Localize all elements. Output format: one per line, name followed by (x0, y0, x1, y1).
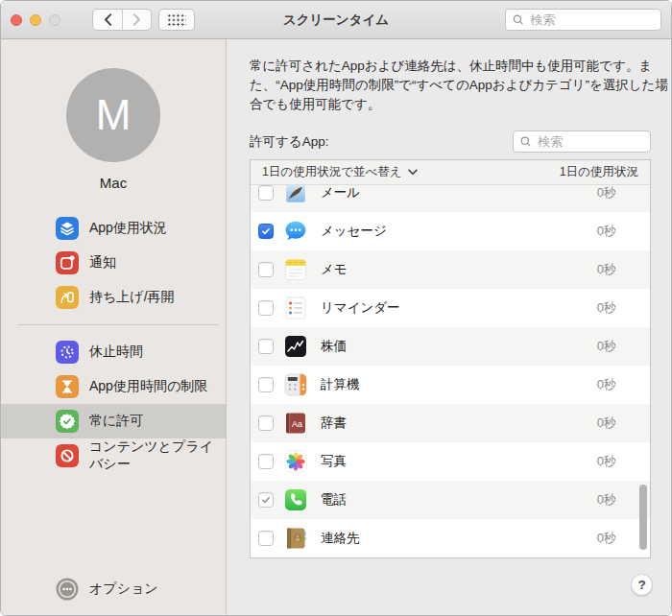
app-search-field[interactable] (513, 130, 651, 153)
stocks-app-icon (283, 334, 308, 359)
app-usage: 0秒 (597, 415, 616, 432)
svg-text:Aa: Aa (292, 419, 302, 429)
sidebar-item-notifications[interactable]: 通知 (1, 246, 226, 280)
sidebar-item-label: オプション (89, 580, 158, 598)
app-name: 株価 (321, 338, 597, 355)
show-all-button[interactable] (158, 9, 195, 31)
forward-button (122, 10, 151, 30)
scrollbar-thumb[interactable] (639, 485, 647, 550)
contacts-app-icon (283, 526, 308, 551)
app-checkbox[interactable] (258, 339, 274, 354)
app-checkbox[interactable] (258, 300, 274, 316)
phone-app-icon (283, 487, 308, 512)
app-usage: 0秒 (597, 453, 616, 470)
titlebar: スクリーンタイム (1, 1, 671, 39)
app-row: 計算機0秒 (251, 366, 650, 404)
titlebar-search-input[interactable] (529, 12, 655, 28)
app-checkbox[interactable] (258, 415, 274, 431)
app-name: リマインダー (321, 299, 597, 317)
sort-label: 1日の使用状況で並べ替え (262, 164, 402, 180)
pickup-icon (56, 286, 79, 309)
app-name: メモ (321, 261, 597, 278)
app-table-rows: メール0秒メッセージ0秒メモ0秒リマインダー0秒株価0秒計算機0秒Aa辞書0秒写… (251, 185, 650, 557)
options-icon (56, 578, 79, 601)
app-row: リマインダー0秒 (251, 289, 650, 327)
window-title: スクリーンタイム (283, 12, 389, 29)
app-usage: 0秒 (597, 223, 616, 240)
chevron-down-icon (408, 169, 418, 176)
app-checkbox[interactable] (258, 262, 274, 277)
close-button[interactable] (11, 14, 22, 26)
app-usage: 0秒 (597, 185, 616, 201)
downtime-icon (56, 341, 79, 364)
app-name: 辞書 (321, 415, 597, 432)
window-body: M Mac App使用状況通知持ち上げ/再開休止時間App使用時間の制限常に許可… (1, 39, 671, 616)
search-icon (513, 13, 524, 26)
app-limits-icon (56, 375, 79, 398)
sidebar-item-pickup[interactable]: 持ち上げ/再開 (1, 280, 226, 315)
notifications-icon (56, 251, 79, 274)
sidebar-item-options[interactable]: オプション (1, 572, 226, 606)
app-checkbox[interactable] (258, 224, 274, 239)
nav-buttons (92, 9, 152, 31)
sidebar-item-downtime[interactable]: 休止時間 (1, 335, 226, 369)
app-row: Aa辞書0秒 (251, 404, 650, 442)
sidebar: M Mac App使用状況通知持ち上げ/再開休止時間App使用時間の制限常に許可… (1, 39, 227, 616)
app-row: 株価0秒 (251, 327, 650, 366)
allowed-apps-header: 許可するApp: (250, 130, 651, 153)
mail-app-icon (283, 185, 308, 205)
always-allowed-icon (56, 410, 79, 433)
app-checkbox[interactable] (258, 377, 274, 392)
app-checkbox[interactable] (258, 531, 274, 546)
traffic-lights (11, 14, 60, 26)
sort-dropdown[interactable]: 1日の使用状況で並べ替え (262, 164, 418, 180)
app-checkbox[interactable] (258, 492, 274, 508)
avatar: M (66, 68, 160, 162)
help-button[interactable]: ? (631, 574, 653, 596)
table-viewport: メール0秒メッセージ0秒メモ0秒リマインダー0秒株価0秒計算機0秒Aa辞書0秒写… (251, 185, 650, 557)
app-usage-icon (56, 217, 79, 240)
sidebar-item-app-usage[interactable]: App使用状況 (1, 211, 226, 246)
allowed-apps-table: 1日の使用状況で並べ替え 1日の使用状況 メール0秒メッセージ0秒メモ0秒リマイ… (250, 159, 651, 558)
app-search-input[interactable] (536, 133, 643, 150)
app-name: メッセージ (321, 223, 597, 240)
zoom-button-disabled (49, 14, 60, 26)
app-row: 連絡先0秒 (251, 519, 650, 557)
sidebar-item-label: App使用状況 (89, 220, 167, 237)
app-usage: 0秒 (597, 530, 616, 547)
allowed-apps-label: 許可するApp: (250, 133, 328, 151)
sidebar-item-label: 常に許可 (89, 413, 143, 430)
app-row: メモ0秒 (251, 250, 650, 289)
app-checkbox[interactable] (258, 454, 274, 469)
back-button[interactable] (93, 10, 122, 30)
dictionary-app-icon: Aa (283, 411, 308, 436)
app-usage: 0秒 (597, 376, 616, 393)
chevron-right-icon (132, 13, 141, 26)
sidebar-item-always-allowed[interactable]: 常に許可 (1, 404, 226, 438)
app-usage: 0秒 (597, 299, 616, 317)
app-name: 連絡先 (321, 530, 597, 547)
app-usage: 0秒 (597, 491, 616, 509)
app-checkbox[interactable] (258, 185, 274, 201)
usage-column-header: 1日の使用状況 (560, 164, 638, 180)
avatar-initial: M (96, 91, 132, 139)
content-privacy-icon (56, 444, 79, 467)
user-name: Mac (1, 175, 226, 191)
app-row: メール0秒 (251, 185, 650, 212)
sidebar-item-label: 通知 (89, 254, 116, 272)
sidebar-item-label: コンテンツとプライバシー (89, 438, 226, 473)
titlebar-search-field[interactable] (505, 9, 661, 31)
description-text: 常に許可されたAppおよび連絡先は、休止時間中も使用可能です。また、“App使用… (250, 57, 668, 114)
sidebar-group: 休止時間App使用時間の制限常に許可コンテンツとプライバシー (1, 335, 226, 473)
app-row: 電話0秒 (251, 481, 650, 519)
app-name: 写真 (321, 453, 597, 470)
chevron-left-icon (104, 13, 112, 26)
app-usage: 0秒 (597, 338, 616, 355)
app-row: 写真0秒 (251, 442, 650, 481)
sidebar-item-app-limits[interactable]: App使用時間の制限 (1, 369, 226, 404)
app-usage: 0秒 (597, 261, 616, 278)
screen-time-window: スクリーンタイム M Mac App使用状況通知持ち上げ/再開休止時間App使用… (0, 0, 672, 616)
sidebar-item-content-privacy[interactable]: コンテンツとプライバシー (1, 438, 226, 473)
table-header: 1日の使用状況で並べ替え 1日の使用状況 (251, 160, 650, 185)
minimize-button[interactable] (30, 14, 41, 26)
